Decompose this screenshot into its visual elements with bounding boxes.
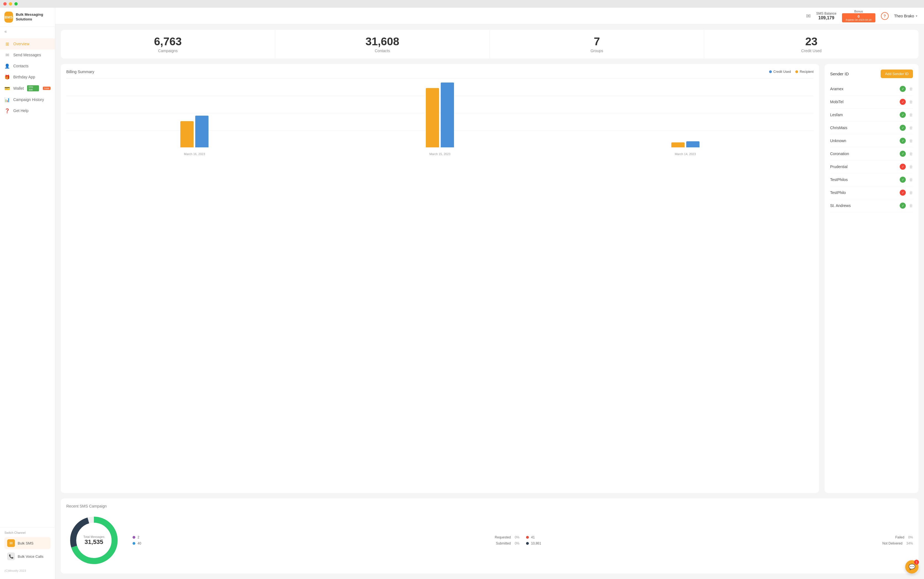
bulk-sms-label: Bulk SMS (18, 541, 33, 545)
sender-name: Aramex (830, 87, 844, 91)
mail-icon[interactable]: ✉ (806, 13, 811, 19)
delete-sender-icon[interactable]: 🗑 (909, 126, 913, 130)
bar-group-march15 (426, 82, 454, 147)
contacts-label: Contacts (282, 49, 483, 53)
status-icon: ✓ (900, 190, 906, 196)
sidebar-item-campaign-history[interactable]: 📊 Campaign History (0, 94, 55, 105)
sidebar-item-contacts[interactable]: 👤 Contacts (0, 61, 55, 72)
channel-bulk-voice[interactable]: 📞 Bulk Voice Calls (5, 550, 51, 563)
user-menu-chevron: ▾ (916, 14, 917, 18)
stat-label-text: Not Delivered (882, 541, 903, 545)
campaign-stats: 2 Requested 0% 41 Failed 0% 40 Submitted… (133, 535, 913, 545)
wallet-icon: 💳 (5, 85, 10, 91)
sender-name: St. Andrews (830, 203, 851, 208)
sender-list: Aramex ✓ 🗑 MobiTel ✓ 🗑 Lesfam ✓ 🗑 ChrisM… (830, 82, 913, 212)
chat-bubble[interactable]: 💬 1 (905, 560, 919, 574)
send-messages-icon: ✉ (5, 52, 10, 58)
sidebar-item-get-help[interactable]: ❓ Get Help (0, 105, 55, 116)
sidebar-item-send-messages[interactable]: ✉ Send Messages (0, 49, 55, 61)
help-button[interactable]: ? (881, 12, 889, 20)
sender-name: TestPhilo (830, 190, 846, 195)
stat-label-text: Failed (895, 535, 904, 539)
sender-name: ChrisMais (830, 126, 847, 130)
sender-name: Prudential (830, 165, 847, 169)
groups-label: Groups (496, 49, 698, 53)
bar-recipient-march14 (686, 141, 700, 147)
bonus-label: Bonus (854, 10, 863, 13)
bulk-sms-icon: ✉ (7, 539, 15, 547)
sender-row: TestPhilo ✓ 🗑 (830, 186, 913, 199)
dashboard-content: 6,763 Campaigns 31,608 Contacts 7 Groups… (55, 24, 924, 579)
delete-sender-icon[interactable]: 🗑 (909, 152, 913, 156)
legend-credit-label: Credit Used (773, 70, 791, 74)
chart-label-march16: March 16, 2023 (184, 152, 205, 155)
sidebar-item-overview[interactable]: ⊞ Overview (0, 38, 55, 49)
collapse-button[interactable]: « (0, 27, 55, 36)
delete-sender-icon[interactable]: 🗑 (909, 113, 913, 117)
stats-row: 6,763 Campaigns 31,608 Contacts 7 Groups… (61, 30, 919, 59)
campaign-history-icon: 📊 (5, 97, 10, 102)
add-sender-button[interactable]: Add Sender ID (881, 70, 913, 78)
sms-balance: SMS Balance 109,179 (816, 11, 836, 20)
channel-bulk-sms[interactable]: ✉ Bulk SMS (5, 537, 51, 549)
sender-actions: ✓ 🗑 (900, 164, 913, 170)
delete-sender-icon[interactable]: 🗑 (909, 87, 913, 91)
close-button[interactable] (3, 2, 7, 5)
bar-group-march16 (180, 116, 208, 147)
status-icon: ✓ (900, 86, 906, 92)
total-messages-label: Total Messages (84, 535, 104, 538)
sender-actions: ✓ 🗑 (900, 177, 913, 183)
sender-name: TestPhilos (830, 177, 848, 182)
delete-sender-icon[interactable]: 🗑 (909, 165, 913, 169)
bar-recipient-march15 (441, 82, 454, 147)
sidebar-item-wallet[interactable]: 💳 Wallet Ghc 300 New (0, 82, 55, 94)
delete-sender-icon[interactable]: 🗑 (909, 177, 913, 182)
switch-channel-label: Switch Channel (5, 531, 51, 534)
campaign-section: Total Messages 31,535 2 Requested 0% 41 … (66, 513, 913, 568)
delete-sender-icon[interactable]: 🗑 (909, 100, 913, 104)
groups-number: 7 (496, 35, 698, 47)
sidebar-item-label: Birthday App (13, 75, 35, 79)
top-nav: ✉ SMS Balance 109,179 Bonus 0 Expires On… (55, 8, 924, 24)
delete-sender-icon[interactable]: 🗑 (909, 203, 913, 208)
sidebar-item-birthday-app[interactable]: 🎁 Birthday App (0, 72, 55, 82)
user-menu[interactable]: Theo Brako ▾ (894, 14, 917, 18)
sidebar-item-label: Wallet (13, 86, 24, 90)
delete-sender-icon[interactable]: 🗑 (909, 139, 913, 143)
maximize-button[interactable] (14, 2, 18, 5)
sender-actions: ✓ 🗑 (900, 112, 913, 118)
sender-row: ChrisMais ✓ 🗑 (830, 121, 913, 134)
status-icon: ✓ (900, 112, 906, 118)
stat-label-text: Submitted (496, 541, 511, 545)
sender-actions: ✓ 🗑 (900, 150, 913, 157)
sender-name: Unknown (830, 139, 846, 143)
campaign-stat-row: 10,861 Not Delivered 34% (526, 541, 913, 545)
sender-row: MobiTel ✓ 🗑 (830, 95, 913, 108)
sender-id-title: Sender ID (830, 72, 849, 76)
bar-group-march14 (671, 141, 700, 147)
delete-sender-icon[interactable]: 🗑 (909, 190, 913, 195)
sender-actions: ✓ 🗑 (900, 86, 913, 92)
chat-badge: 1 (914, 560, 919, 565)
legend-credit-used: Credit Used (769, 70, 791, 74)
sidebar-item-label: Contacts (13, 64, 28, 68)
sidebar: BMS Bulk Messaging Solutions « ⊞ Overvie… (0, 8, 55, 579)
campaign-stat-row: 40 Submitted 0% (133, 541, 519, 545)
minimize-button[interactable] (9, 2, 12, 5)
contacts-number: 31,608 (282, 35, 483, 47)
sender-actions: ✓ 🗑 (900, 190, 913, 196)
logo-icon: BMS (5, 11, 13, 23)
chart-labels: March 16, 2023 March 15, 2023 March 14, … (66, 152, 814, 155)
billing-header: Billing Summary Credit Used Recipient (66, 70, 814, 74)
recent-campaign-title: Recent SMS Campaign (66, 504, 913, 509)
bonus-expires: Expires On 2023-03-18 (846, 18, 872, 21)
stat-pct: 34% (906, 541, 913, 545)
campaigns-number: 6,763 (67, 35, 269, 47)
sender-row: St. Andrews ✓ 🗑 (830, 199, 913, 212)
legend-recipient: Recipient (795, 70, 814, 74)
bonus-container: Bonus 0 Expires On 2023-03-18 (842, 10, 875, 22)
sender-row: Lesfam ✓ 🗑 (830, 108, 913, 121)
sidebar-item-label: Campaign History (13, 97, 44, 102)
donut-chart-wrapper: Total Messages 31,535 (66, 513, 121, 568)
sidebar-item-label: Send Messages (13, 53, 41, 57)
